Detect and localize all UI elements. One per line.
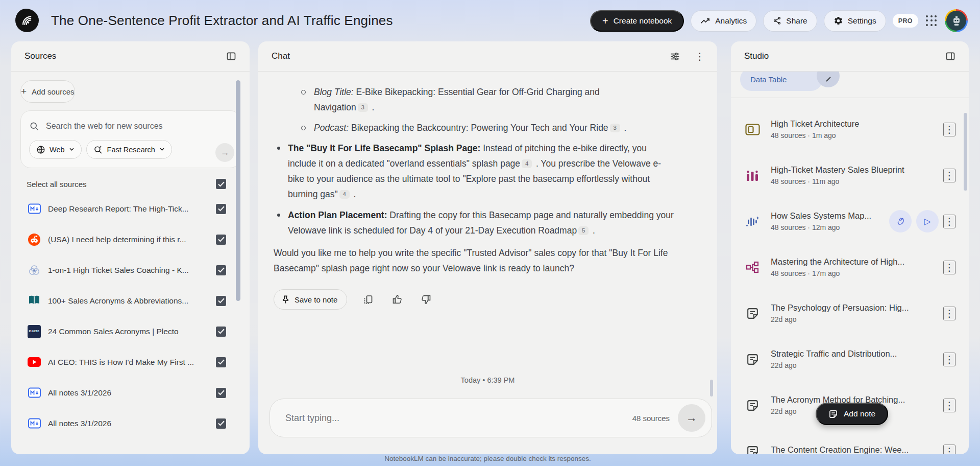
sources-scrollbar[interactable] bbox=[236, 80, 240, 301]
interactive-mode-button[interactable] bbox=[889, 210, 912, 232]
arrow-right-icon: → bbox=[686, 411, 697, 425]
web-favicon-circles-icon bbox=[27, 264, 42, 276]
chat-settings-tune-icon[interactable] bbox=[668, 49, 682, 64]
bullet-lead: Action Plan Placement: bbox=[288, 210, 387, 220]
citation-chip[interactable]: 4 bbox=[522, 159, 532, 168]
source-checkbox[interactable] bbox=[216, 265, 226, 275]
thumbs-up-icon[interactable] bbox=[389, 292, 405, 307]
studio-scrollbar[interactable] bbox=[964, 113, 967, 191]
copy-icon[interactable] bbox=[361, 292, 376, 307]
source-row[interactable]: Deep Research Report: The High-Tick... bbox=[27, 196, 226, 221]
reddit-icon bbox=[27, 233, 42, 246]
chat-bullet: Action Plan Placement: Drafting the copy… bbox=[274, 207, 677, 238]
studio-row[interactable]: Mastering the Architecture of High... 48… bbox=[731, 244, 969, 290]
studio-row[interactable]: High-Ticket Mastery Sales Blueprint 48 s… bbox=[731, 152, 969, 198]
search-input[interactable]: Search the web for new sources bbox=[29, 118, 232, 135]
search-sparkle-icon bbox=[93, 145, 103, 154]
studio-item-more-icon[interactable]: ⋮ bbox=[943, 169, 955, 182]
studio-row[interactable]: Strategic Traffic and Distribution... 22… bbox=[731, 336, 969, 382]
studio-row[interactable]: High Ticket Architecture 48 sources · 1m… bbox=[731, 106, 969, 152]
citation-chip[interactable]: 5 bbox=[578, 226, 589, 235]
studio-item-more-icon[interactable]: ⋮ bbox=[943, 307, 955, 320]
chat-bullet: The "Buy It For Life Basecamp" Splash Pa… bbox=[274, 141, 677, 202]
select-all-checkbox[interactable] bbox=[216, 179, 226, 189]
studio-list: High Ticket Architecture 48 sources · 1m… bbox=[731, 98, 969, 454]
studio-item-meta: 48 sources · 11m ago bbox=[771, 177, 943, 185]
source-count-label: 48 sources bbox=[632, 414, 670, 423]
studio-item-more-icon[interactable]: ⋮ bbox=[943, 353, 955, 366]
web-search-submit-button[interactable]: → bbox=[215, 143, 234, 162]
source-title: 1-on-1 High Ticket Sales Coaching - K... bbox=[48, 266, 216, 275]
play-audio-button[interactable]: ▷ bbox=[916, 210, 939, 232]
studio-item-more-icon[interactable]: ⋮ bbox=[943, 445, 955, 455]
note-icon bbox=[744, 399, 761, 412]
source-row[interactable]: 100+ Sales Acronyms & Abbreviations... bbox=[27, 288, 226, 313]
source-checkbox[interactable] bbox=[216, 388, 226, 398]
expand-studio-panel-icon[interactable] bbox=[943, 49, 958, 63]
studio-item-more-icon[interactable]: ⋮ bbox=[943, 261, 955, 274]
settings-button[interactable]: Settings bbox=[824, 10, 886, 32]
source-list: Deep Research Report: The High-Tick... (… bbox=[27, 196, 226, 436]
search-placeholder: Search the web for new sources bbox=[46, 122, 163, 131]
gear-icon bbox=[834, 16, 843, 26]
collapse-sources-panel-icon[interactable] bbox=[224, 49, 238, 63]
source-row[interactable]: PLECTO 24 Common Sales Acronyms | Plecto bbox=[27, 319, 226, 344]
source-row[interactable]: All notes 3/1/2026 bbox=[27, 380, 226, 405]
chat-input-box[interactable]: Start typing... 48 sources → bbox=[270, 399, 712, 437]
analytics-button[interactable]: Analytics bbox=[691, 10, 756, 32]
share-button[interactable]: Share bbox=[763, 10, 817, 32]
add-sources-button[interactable]: + Add sources bbox=[20, 80, 75, 103]
studio-item-more-icon[interactable]: ⋮ bbox=[943, 123, 955, 136]
notebook-title[interactable]: The One-Sentence Profit Extractor and AI… bbox=[51, 0, 393, 41]
chat-more-menu-icon[interactable]: ⋮ bbox=[694, 49, 706, 64]
studio-item-more-icon[interactable]: ⋮ bbox=[943, 215, 955, 228]
citation-chip[interactable]: 4 bbox=[339, 190, 350, 199]
studio-item-title: High-Ticket Mastery Sales Blueprint bbox=[771, 165, 943, 175]
top-header: The One-Sentence Profit Extractor and AI… bbox=[0, 0, 980, 41]
studio-item-more-icon[interactable]: ⋮ bbox=[943, 399, 955, 412]
bar-chart-icon bbox=[744, 169, 761, 182]
citation-chip[interactable]: 3 bbox=[610, 124, 620, 132]
sub-bullet-text: E-Bike Bikepacking: Essential Gear for O… bbox=[314, 87, 600, 112]
note-icon bbox=[744, 445, 761, 455]
google-apps-grid-icon[interactable] bbox=[925, 14, 938, 28]
add-note-button[interactable]: Add note bbox=[816, 403, 888, 425]
source-checkbox[interactable] bbox=[216, 418, 226, 429]
notebooklm-logo-icon[interactable] bbox=[15, 9, 39, 32]
studio-item-title: The Psychology of Persuasion: Hig... bbox=[771, 303, 943, 313]
save-to-note-button[interactable]: Save to note bbox=[274, 289, 347, 310]
markdown-doc-icon bbox=[27, 387, 42, 398]
create-notebook-button[interactable]: + Create notebook bbox=[590, 10, 684, 32]
studio-panel-title: Studio bbox=[744, 51, 769, 61]
chat-sub-bullet: Podcast: Bikepacking the Backcountry: Po… bbox=[288, 120, 631, 135]
user-avatar[interactable] bbox=[945, 9, 968, 32]
source-row[interactable]: All notes 3/1/2026 bbox=[27, 411, 226, 436]
source-row[interactable]: 1-on-1 High Ticket Sales Coaching - K... bbox=[27, 258, 226, 283]
bullet-lead: The "Buy It For Life Basecamp" Splash Pa… bbox=[288, 143, 480, 153]
source-row[interactable]: (USA) I need help determining if this r.… bbox=[27, 227, 226, 252]
chat-closing-paragraph: Would you like me to help you write the … bbox=[274, 245, 677, 276]
source-checkbox[interactable] bbox=[216, 296, 226, 306]
studio-row[interactable]: The Content Creation Engine: Wee... ⋮ bbox=[731, 428, 969, 454]
plus-icon: + bbox=[602, 16, 608, 26]
chat-scrollbar[interactable] bbox=[710, 380, 713, 397]
data-table-chip[interactable]: Data Table bbox=[740, 72, 822, 91]
source-checkbox[interactable] bbox=[216, 235, 226, 245]
source-checkbox[interactable] bbox=[216, 327, 226, 337]
studio-row[interactable]: The Psychology of Persuasion: Hig... 22d… bbox=[731, 290, 969, 336]
research-mode-dropdown[interactable]: Fast Research bbox=[86, 140, 172, 159]
create-notebook-label: Create notebook bbox=[614, 16, 672, 26]
flashcards-icon bbox=[744, 124, 761, 135]
source-row[interactable]: AI CEO: THIS is How I'd Make My First ..… bbox=[27, 350, 226, 375]
web-filter-dropdown[interactable]: Web bbox=[29, 140, 82, 159]
source-title: (USA) I need help determining if this r.… bbox=[48, 235, 216, 244]
source-checkbox[interactable] bbox=[216, 357, 226, 367]
studio-row[interactable]: How Sales Systems Map... 48 sources · 12… bbox=[731, 198, 969, 244]
source-checkbox[interactable] bbox=[216, 204, 226, 214]
source-title: All notes 3/1/2026 bbox=[48, 419, 216, 428]
avatar-robot-image bbox=[946, 11, 966, 31]
studio-panel: Studio Data Table High Ticket Architectu… bbox=[731, 41, 969, 454]
send-message-button[interactable]: → bbox=[678, 404, 705, 432]
thumbs-down-icon[interactable] bbox=[419, 292, 434, 307]
citation-chip[interactable]: 3 bbox=[358, 103, 368, 112]
